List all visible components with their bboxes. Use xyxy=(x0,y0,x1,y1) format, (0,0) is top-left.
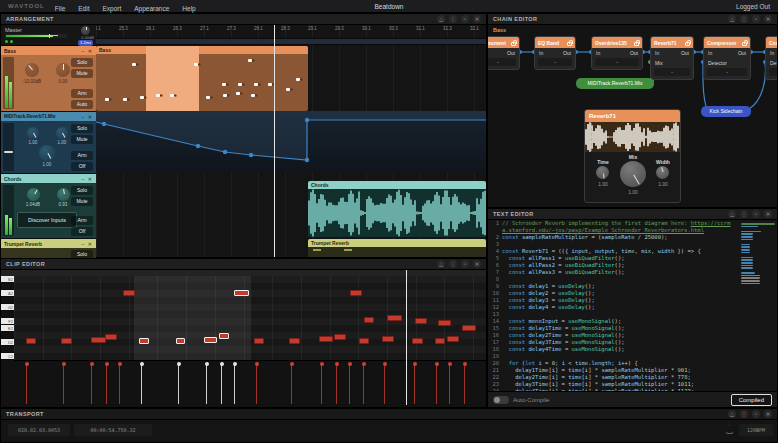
velocity-stem[interactable] xyxy=(206,364,207,404)
code-line[interactable]: 4const Reverb71 = (({ input, output, tim… xyxy=(488,248,777,255)
port-out[interactable]: Out xyxy=(507,50,515,56)
midi-knob-2[interactable] xyxy=(56,127,68,139)
midi-arm-button[interactable]: Arm xyxy=(71,151,93,160)
reverb71-waveform[interactable] xyxy=(585,122,680,152)
port-in[interactable]: In xyxy=(708,50,712,56)
midi-knob-1[interactable] xyxy=(27,127,39,139)
node-compressor[interactable]: Compressor InOut Detector ⌄ xyxy=(703,36,751,80)
velocity-stem[interactable] xyxy=(178,364,179,404)
bass-arm-button[interactable]: Arm xyxy=(71,89,93,98)
velocity-stem[interactable] xyxy=(436,364,437,404)
port-in[interactable]: In xyxy=(539,50,543,56)
code-line[interactable]: 6 const allPass2 = useBiQuadFilter(); xyxy=(488,262,777,269)
arrangement-playhead[interactable] xyxy=(274,25,275,257)
chevron-down-icon[interactable]: ⌄ xyxy=(488,58,516,66)
code-line[interactable]: 8 xyxy=(488,276,777,283)
track-header-midireverb[interactable]: MIDITrack.Reverb71.Mix − ✕ 1.00 1.00 1.0… xyxy=(1,112,96,173)
chords-mute-button[interactable]: Mute xyxy=(71,197,93,206)
velocity-stem[interactable] xyxy=(119,364,120,404)
kebab-icon[interactable]: ⋮ xyxy=(740,410,748,418)
piano-key-E2[interactable]: E2 xyxy=(1,325,14,332)
chords-arm-button[interactable]: Arm xyxy=(71,216,93,225)
velocity-stem[interactable] xyxy=(221,364,222,404)
master-gain-knob[interactable] xyxy=(81,26,90,35)
piano-key-G#2[interactable] xyxy=(1,297,14,304)
port-detector[interactable]: Detector xyxy=(770,60,777,66)
chords-pan-knob[interactable] xyxy=(57,188,70,201)
compiled-button[interactable]: Compiled xyxy=(731,394,772,406)
chevron-down-icon[interactable]: ⌄ xyxy=(707,68,747,76)
bass-mute-button[interactable]: Mute xyxy=(71,69,93,78)
velocity-lane[interactable] xyxy=(14,360,486,405)
bass-lane[interactable]: Bass xyxy=(96,25,486,111)
velocity-stem[interactable] xyxy=(449,364,450,404)
node-overdrive135[interactable]: Overdrive135 InOut ⌄ xyxy=(591,36,643,70)
track-header-chords[interactable]: Chords − ✕ 1.04dB 0.93 Discover Inputs S… xyxy=(1,174,96,238)
code-line[interactable]: 15 const delay1Time = useMonoSignal(); xyxy=(488,325,777,332)
code-line[interactable]: 11 const delay3 = useDelay(); xyxy=(488,297,777,304)
bar-position-display[interactable]: 028.02.03.0053 xyxy=(8,424,70,436)
timeline[interactable]: 25.125.326.126.327.127.328.128.329.129.3… xyxy=(96,25,486,257)
time-knob[interactable] xyxy=(596,166,609,179)
midi-knob-3[interactable] xyxy=(39,145,55,161)
popout-icon[interactable]: ▫ xyxy=(752,210,760,218)
code-line[interactable]: 23 delay3Time[i] = time[i] * sampleRateM… xyxy=(488,381,777,388)
port-mix[interactable]: Mix xyxy=(655,60,663,66)
track-window-buttons[interactable]: − ✕ xyxy=(82,114,94,120)
code-line[interactable]: 16 const delay2Time = useMonoSignal(); xyxy=(488,332,777,339)
close-icon[interactable]: ✕ xyxy=(764,410,772,418)
node-reverb71[interactable]: Reverb71 InOut Mix ⌄ xyxy=(650,36,694,80)
bass-clip[interactable]: Bass xyxy=(96,46,308,111)
metronome-icon[interactable] xyxy=(725,425,734,434)
piano-key-D2[interactable]: D2 xyxy=(1,339,14,346)
port-in[interactable]: In xyxy=(655,50,659,56)
kick-sidechain-pill[interactable]: Kick Sidechain xyxy=(701,106,751,117)
node-instrument[interactable]: Instrument Out ⌄ xyxy=(488,36,520,70)
kebab-icon[interactable]: ⋮ xyxy=(449,15,457,23)
piano-key-C#2[interactable] xyxy=(1,346,14,353)
code-line[interactable]: 10 const delay2 = useDelay(); xyxy=(488,290,777,297)
port-out[interactable]: Out xyxy=(738,50,746,56)
popout-icon[interactable]: ▫ xyxy=(752,410,760,418)
velocity-stem[interactable] xyxy=(234,364,235,404)
code-line[interactable]: 3 xyxy=(488,241,777,248)
chords-lane[interactable]: Chords xyxy=(96,173,486,238)
close-icon[interactable]: ✕ xyxy=(764,15,772,23)
piano-key-A2[interactable]: A2 xyxy=(1,290,14,297)
midi-mode-button[interactable]: Off xyxy=(71,162,93,171)
piano-key-B2[interactable]: B2 xyxy=(1,276,14,283)
piano-key-D#2[interactable] xyxy=(1,332,14,339)
velocity-stem[interactable] xyxy=(336,364,337,404)
velocity-stem[interactable] xyxy=(464,364,465,404)
code-line[interactable]: 13 xyxy=(488,311,777,318)
time-position-display[interactable]: 00:00:54.750.32 xyxy=(74,424,152,436)
trumpet-lane[interactable]: Trumpet Reverb xyxy=(96,239,486,257)
code-line[interactable]: 22 delay2Time[i] = time[i] * sampleRateM… xyxy=(488,374,777,381)
track-window-buttons[interactable]: − ✕ xyxy=(82,241,94,247)
piano-key-F2[interactable]: F2 xyxy=(1,318,14,325)
velocity-stem[interactable] xyxy=(63,364,64,404)
velocity-stem[interactable] xyxy=(91,364,92,404)
popout-icon[interactable]: ▫ xyxy=(752,15,760,23)
close-icon[interactable]: ✕ xyxy=(473,15,481,23)
velocity-stem[interactable] xyxy=(26,364,27,404)
code-line[interactable]: 7 const allPass3 = useBiQuadFilter(); xyxy=(488,269,777,276)
trumpet-clip[interactable]: Trumpet Reverb xyxy=(308,239,486,257)
close-icon[interactable]: ✕ xyxy=(473,260,481,268)
close-icon[interactable]: ✕ xyxy=(764,210,772,218)
bpm-display[interactable]: 120BPM xyxy=(739,424,773,436)
code-area[interactable]: 1// Schroeder Reverb implementing the fi… xyxy=(488,220,777,391)
velocity-stem[interactable] xyxy=(384,364,385,404)
velocity-stem[interactable] xyxy=(321,364,322,404)
bell-icon[interactable]: △ xyxy=(437,260,445,268)
chords-solo-button[interactable]: Solo xyxy=(71,186,93,195)
kebab-icon[interactable]: ⋮ xyxy=(740,15,748,23)
chevron-down-icon[interactable]: ⌄ xyxy=(595,58,639,66)
chevron-down-icon[interactable]: ⌄ xyxy=(769,68,777,76)
velocity-stem[interactable] xyxy=(141,364,142,404)
node-compressor-2[interactable]: Compressor In Detector ⌄ xyxy=(765,36,777,80)
chevron-down-icon[interactable]: ⌄ xyxy=(538,58,572,66)
clip-playhead[interactable] xyxy=(406,270,407,405)
kebab-icon[interactable]: ⋮ xyxy=(449,260,457,268)
code-line[interactable]: 21 delay1Time[i] = time[i] * sampleRateM… xyxy=(488,367,777,374)
